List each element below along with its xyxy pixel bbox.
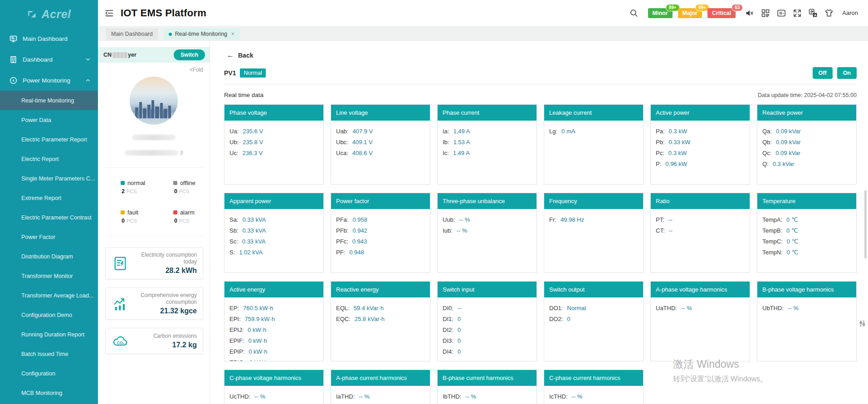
param-value: 0 ℃ (786, 225, 798, 236)
card-row: EPI:759.9 kW·h (229, 314, 318, 325)
card-row: TempN:0 ℃ (762, 247, 851, 258)
sidebar-subitem-configuration-demo[interactable]: Configuration Demo (0, 305, 98, 325)
card-title: Leakage current (544, 105, 643, 121)
sidebar-item-label: Power Monitoring (23, 77, 80, 84)
sidebar-subitem-running-duration-report[interactable]: Running Duration Report (0, 325, 98, 344)
card-row: Ub:235.8 V (229, 137, 318, 148)
param-label: Lg: (549, 126, 557, 137)
page-scrollbar[interactable] (864, 190, 867, 258)
data-update-time: Data update time: 2025-04-02 07:55:00 (758, 92, 857, 98)
param-value: 760.5 kW·h (243, 303, 273, 314)
sidebar-subitem-batch-issued-time[interactable]: Batch Issued Time (0, 344, 98, 364)
fullscreen-icon[interactable] (793, 9, 802, 18)
card-body: IbTHD:-- % (438, 386, 536, 404)
layout-grid-icon[interactable] (761, 9, 770, 18)
search-icon[interactable] (629, 9, 639, 18)
data-card-apparent-power: Apparent powerSa:0.33 kVASb:0.33 kVASc:0… (224, 193, 324, 273)
card-row: EP:760.5 kW·h (229, 303, 318, 314)
card-body: Pa:0.3 kWPb:0.33 kWPc:0.3 kWP:0.96 kW (651, 121, 750, 184)
param-label: Uc: (229, 148, 239, 159)
param-label: Ua: (229, 126, 239, 137)
param-value: 0.33 kVA (243, 214, 266, 225)
settings-sliders-icon[interactable] (858, 320, 866, 327)
card-title: Phase voltage (224, 105, 323, 121)
param-label: Uab: (336, 126, 348, 137)
param-value: 0 (458, 336, 461, 346)
sidebar-subitem-mcb-monitoring[interactable]: MCB Monitoring (0, 383, 98, 403)
param-label: DI2: (443, 325, 454, 336)
menu-collapse-icon[interactable] (104, 8, 114, 18)
theme-shirt-icon[interactable] (824, 9, 834, 18)
alarm-badge-minor[interactable]: Minor99+ (648, 8, 673, 18)
param-value: 0 ℃ (787, 236, 798, 247)
capture-icon[interactable] (777, 9, 786, 18)
stat-card-trend: Comprehensive energy consumption21.32 kg… (105, 287, 203, 320)
card-body[interactable]: EP:760.5 kW·hEPI:759.9 kW·hEPIJ:0 kW·hEP… (224, 297, 323, 361)
sidebar-subitem-power-factor[interactable]: Power Factor (0, 227, 98, 247)
sidebar-subitem-extreme-report[interactable]: Extreme Report (0, 188, 98, 208)
sidebar-subitem-power-data[interactable]: Power Data (0, 110, 98, 130)
sidebar-subitem-electric-report[interactable]: Electric Report (0, 149, 98, 169)
param-label: Uca: (336, 148, 348, 159)
tab-real-time-monitoring[interactable]: Real-time Monitoring× (163, 28, 240, 40)
sidebar-subitem-transformer-monitor[interactable]: Transformer Monitor (0, 266, 98, 286)
param-value: 0 ℃ (786, 214, 798, 225)
alarm-badge-critical[interactable]: Critical63 (707, 8, 736, 18)
switch-device-button[interactable]: Switch (174, 49, 205, 60)
param-label: PFb: (336, 225, 348, 236)
sidebar-subitem-electric-parameter-report[interactable]: Electric Parameter Report (0, 130, 98, 149)
param-value: 0.09 kVar (776, 137, 801, 148)
translate-icon[interactable]: A (809, 9, 818, 18)
card-row: EPIJ:0 kW·h (229, 325, 318, 336)
data-card-line-voltage: Line voltageUab:407.9 VUbc:409.1 VUca:40… (331, 104, 430, 185)
param-value: -- % (459, 214, 470, 225)
param-value: 0.33 kVA (242, 236, 266, 247)
card-row: Qb:0.09 kVar (762, 137, 851, 148)
card-row: Iub:-- % (443, 225, 532, 236)
breadcrumb-tabs: Main DashboardReal-time Monitoring× (98, 26, 868, 41)
sidebar-item-dashboard[interactable]: Dashboard (0, 49, 98, 70)
param-value: -- (458, 303, 462, 314)
card-row: EPIP:0 kW·h (229, 346, 318, 357)
param-value: 0 kW·h (248, 325, 266, 336)
sidebar-subitem-real-time-monitoring[interactable]: Real-time Monitoring (0, 91, 98, 110)
legend-color-swatch (121, 181, 125, 185)
device-header-bar: CNyer Switch (98, 47, 210, 63)
card-title: B-phase voltage harmonics (757, 282, 856, 297)
acrel-logo-icon (27, 9, 39, 19)
param-label: IcTHD: (549, 391, 567, 402)
param-label: PF: (336, 247, 345, 258)
param-label: Iub: (443, 225, 453, 236)
sidebar-subitem-transformer-average-load-[interactable]: Transformer Average Load... (0, 286, 98, 305)
user-name[interactable]: Aaron (842, 10, 858, 16)
tab-main-dashboard[interactable]: Main Dashboard (106, 28, 158, 40)
card-body: Lg:0 mA (544, 121, 643, 184)
sidebar-item-power-monitoring[interactable]: Power Monitoring (0, 70, 98, 91)
card-row: DI3:0 (443, 336, 532, 346)
sidebar-subitem-single-meter-parameters-c-[interactable]: Single Meter Parameters C... (0, 169, 98, 188)
param-label: Sa: (229, 214, 239, 225)
card-row: DI1:0 (443, 314, 532, 325)
card-body: IaTHD:-- % (331, 386, 430, 404)
param-label: Ubc: (336, 137, 348, 148)
sidebar-subitem-electric-parameter-contrast[interactable]: Electric Parameter Contrast (0, 208, 98, 227)
mute-icon[interactable] (745, 9, 754, 18)
chevron-up-icon (85, 78, 91, 83)
card-row: Pc:0.3 kW (656, 148, 745, 159)
sidebar-item-main-dashboard[interactable]: Main Dashboard (0, 28, 98, 49)
redacted-text (112, 52, 127, 58)
fold-panel-link[interactable]: <Fold (98, 63, 210, 73)
close-tab-icon[interactable]: × (231, 31, 234, 37)
sidebar-subitem-configuration[interactable]: Configuration (0, 364, 98, 383)
card-row: Ia:1.49 A (443, 126, 532, 137)
back-button[interactable]: ← Back (227, 47, 857, 63)
card-row: EQC:25.8 kVar·h (336, 314, 425, 325)
param-value: 0 (458, 325, 461, 336)
data-card-frequency: FrequencyFr:49.98 Hz (544, 193, 644, 273)
alarm-badge-major[interactable]: Major99+ (678, 8, 702, 18)
sidebar-subitem-distribution-diagram[interactable]: Distribution Diagram (0, 247, 98, 266)
param-value: 1.53 A (453, 137, 470, 148)
sidebar-nav: Main DashboardDashboardPower Monitoring (0, 28, 98, 91)
on-button[interactable]: On (837, 67, 857, 79)
off-button[interactable]: Off (813, 67, 833, 79)
